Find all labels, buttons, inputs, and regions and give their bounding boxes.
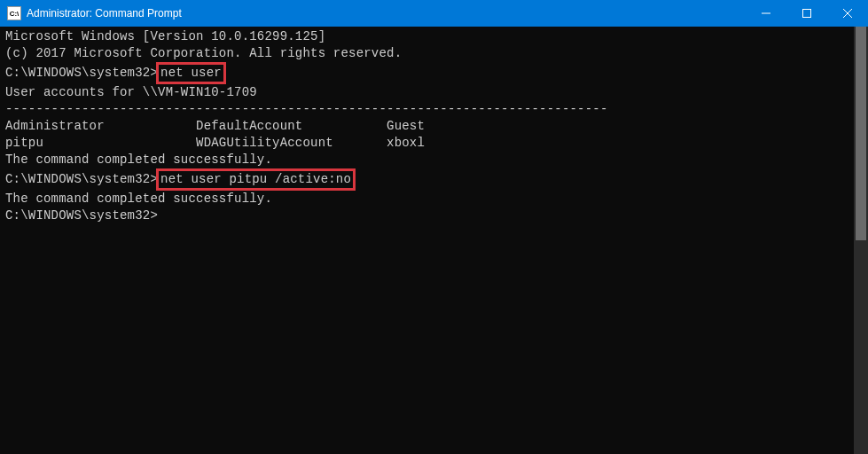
completed-line: The command completed successfully.	[5, 152, 863, 168]
accounts-header: User accounts for \\VM-WIN10-1709	[5, 84, 863, 101]
prompt-path: C:\WINDOWS\system32>	[5, 172, 158, 186]
prompt-path: C:\WINDOWS\system32>	[5, 66, 158, 80]
vertical-scrollbar[interactable]	[854, 27, 868, 454]
highlight-command-2: net user pitpu /active:no	[156, 168, 356, 192]
prompt-line-2: C:\WINDOWS\system32>net user pitpu /acti…	[5, 168, 863, 192]
terminal-area[interactable]: Microsoft Windows [Version 10.0.16299.12…	[0, 27, 868, 454]
close-button[interactable]	[827, 0, 868, 27]
cmd-icon: C:\	[7, 6, 21, 20]
maximize-button[interactable]	[786, 0, 827, 27]
scrollbar-thumb[interactable]	[856, 27, 866, 240]
highlight-command-1: net user	[156, 62, 226, 85]
accounts-row-1: Administrator DefaultAccount Guest	[5, 118, 863, 135]
completed-line: The command completed successfully.	[5, 191, 863, 207]
minimize-button[interactable]	[746, 0, 786, 27]
accounts-row-2: pitpu WDAGUtilityAccount xboxl	[5, 135, 863, 152]
divider-line: ----------------------------------------…	[5, 101, 863, 118]
version-line: Microsoft Windows [Version 10.0.16299.12…	[5, 28, 863, 45]
copyright-line: (c) 2017 Microsoft Corporation. All righ…	[5, 45, 863, 62]
prompt-line-3: C:\WINDOWS\system32>	[5, 207, 863, 224]
svg-rect-1	[803, 10, 811, 18]
window-title: Administrator: Command Prompt	[27, 7, 182, 20]
prompt-line-1: C:\WINDOWS\system32>net user	[5, 62, 863, 85]
window-titlebar[interactable]: C:\ Administrator: Command Prompt	[0, 0, 868, 27]
